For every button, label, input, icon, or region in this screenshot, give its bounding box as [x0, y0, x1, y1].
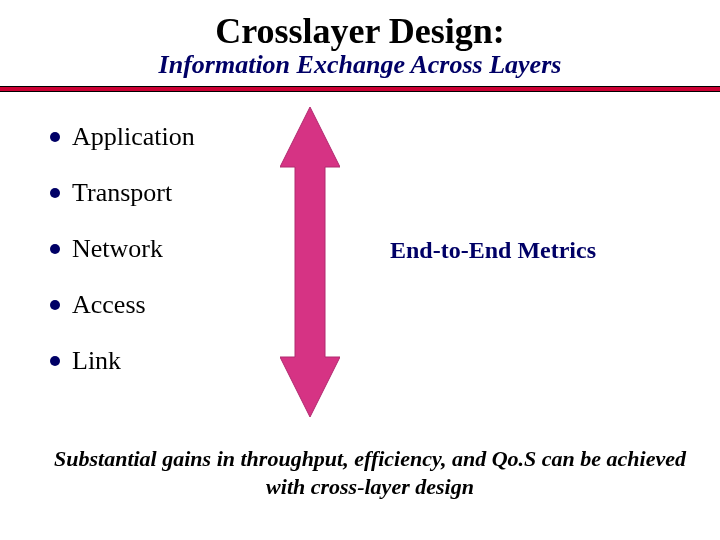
bullet-icon — [50, 300, 60, 310]
list-item: Application — [50, 122, 195, 152]
arrow-shape — [280, 107, 340, 417]
slide-subtitle: Information Exchange Across Layers — [0, 50, 720, 80]
slide-footer: Substantial gains in throughput, efficie… — [0, 445, 720, 500]
bullet-icon — [50, 356, 60, 366]
bullet-icon — [50, 188, 60, 198]
list-item: Access — [50, 290, 195, 320]
slide-content: Application Transport Network Access Lin… — [0, 122, 720, 462]
list-item: Transport — [50, 178, 195, 208]
bullet-icon — [50, 132, 60, 142]
bullet-icon — [50, 244, 60, 254]
bullet-label: Application — [72, 122, 195, 152]
footer-text: Substantial gains in throughput, efficie… — [40, 445, 700, 500]
list-item: Network — [50, 234, 195, 264]
slide-title: Crosslayer Design: — [0, 10, 720, 52]
double-arrow-icon — [280, 107, 340, 417]
header-divider — [0, 86, 720, 92]
metrics-label: End-to-End Metrics — [390, 237, 596, 264]
slide-header: Crosslayer Design: Information Exchange … — [0, 0, 720, 80]
bullet-list: Application Transport Network Access Lin… — [50, 122, 195, 402]
list-item: Link — [50, 346, 195, 376]
bullet-label: Transport — [72, 178, 172, 208]
bullet-label: Link — [72, 346, 121, 376]
bullet-label: Network — [72, 234, 163, 264]
bullet-label: Access — [72, 290, 146, 320]
